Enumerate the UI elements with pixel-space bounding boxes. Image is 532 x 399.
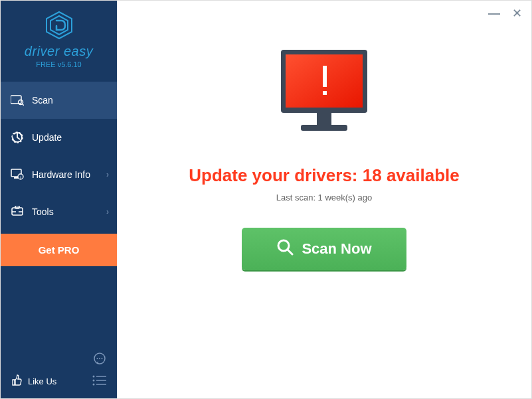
svg-point-18 [93, 379, 95, 381]
hardware-info-icon: i [11, 168, 24, 181]
get-pro-button[interactable]: Get PRO [1, 234, 117, 266]
feedback-icon[interactable] [92, 352, 107, 369]
nav-label-hardware-info: Hardware Info [32, 169, 90, 180]
nav-item-tools[interactable]: Tools › [1, 193, 117, 230]
close-button[interactable]: ✕ [512, 7, 522, 19]
window-controls: — ✕ [117, 1, 531, 19]
svg-point-14 [99, 358, 100, 359]
svg-point-15 [102, 358, 103, 359]
nav-item-hardware-info[interactable]: i Hardware Info › [1, 156, 117, 193]
svg-rect-28 [301, 125, 347, 131]
scan-icon [11, 94, 24, 107]
brand-logo-icon [43, 11, 76, 42]
version-label: FREE v5.6.10 [1, 60, 117, 68]
svg-text:i: i [20, 175, 21, 179]
tools-icon [11, 205, 24, 218]
like-us-label: Like Us [28, 376, 56, 386]
content: Update your drivers: 18 available Last s… [117, 19, 531, 398]
nav-label-update: Update [32, 132, 62, 143]
app-window: driver easy FREE v5.6.10 Scan Update i [0, 0, 532, 399]
brand-name: driver easy [1, 44, 117, 59]
minimize-button[interactable]: — [488, 7, 500, 19]
svg-rect-27 [317, 113, 331, 125]
svg-point-16 [93, 375, 95, 377]
nav: Scan Update i Hardware Info › Tools [1, 82, 117, 230]
main-panel: — ✕ Update your drivers: 18 available La… [117, 1, 531, 398]
last-scan-label: Last scan: 1 week(s) ago [276, 193, 373, 202]
menu-icon[interactable] [92, 375, 107, 388]
nav-label-scan: Scan [32, 95, 53, 106]
get-pro-label: Get PRO [39, 244, 80, 256]
svg-rect-25 [323, 66, 327, 87]
logo-area: driver easy FREE v5.6.10 [1, 1, 117, 75]
sidebar: driver easy FREE v5.6.10 Scan Update i [1, 1, 117, 398]
thumbs-up-icon [11, 374, 23, 388]
nav-item-scan[interactable]: Scan [1, 82, 117, 119]
svg-point-20 [93, 383, 95, 385]
svg-point-13 [97, 358, 98, 359]
nav-item-update[interactable]: Update [1, 119, 117, 156]
search-icon [276, 238, 294, 260]
monitor-alert-icon [268, 44, 381, 147]
svg-line-30 [288, 250, 292, 254]
sidebar-bottom: Like Us [1, 345, 117, 398]
update-icon [11, 131, 24, 144]
svg-line-2 [23, 104, 25, 106]
chevron-right-icon: › [106, 207, 109, 216]
scan-now-button[interactable]: Scan Now [242, 228, 406, 270]
svg-rect-26 [323, 91, 327, 95]
headline: Update your drivers: 18 available [189, 165, 460, 186]
chevron-right-icon: › [106, 170, 109, 179]
spacer [1, 266, 117, 345]
nav-label-tools: Tools [32, 206, 54, 217]
svg-rect-9 [15, 206, 19, 208]
scan-now-label: Scan Now [302, 240, 371, 258]
like-us-button[interactable]: Like Us [11, 374, 56, 388]
